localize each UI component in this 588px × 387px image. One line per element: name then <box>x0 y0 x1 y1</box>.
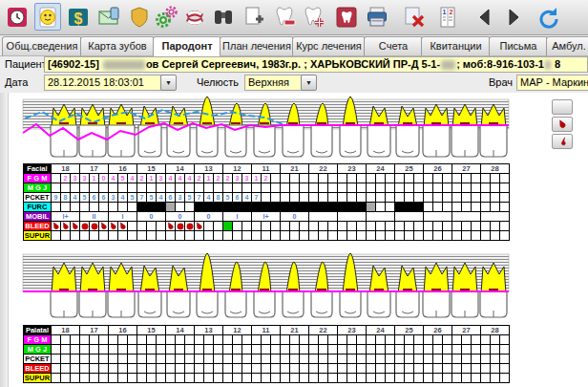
perio-cell[interactable] <box>328 345 338 355</box>
perio-cell[interactable] <box>443 355 452 364</box>
perio-cell[interactable] <box>157 374 166 383</box>
perio-cell[interactable]: 2 <box>195 174 204 183</box>
perio-cell[interactable] <box>472 364 481 374</box>
perio-cell[interactable] <box>233 183 242 193</box>
perio-cell[interactable] <box>90 335 99 345</box>
perio-cell[interactable] <box>452 335 462 345</box>
perio-cell[interactable] <box>204 364 214 374</box>
perio-cell[interactable] <box>118 364 128 374</box>
perio-cell[interactable] <box>347 231 357 241</box>
perio-cell[interactable] <box>157 335 166 345</box>
perio-cell[interactable] <box>128 231 137 241</box>
perio-cell[interactable] <box>52 203 61 212</box>
perio-cell[interactable] <box>319 345 328 355</box>
perio-cell[interactable] <box>472 203 481 212</box>
perio-cell[interactable]: 2 <box>262 174 271 183</box>
perio-cell[interactable] <box>452 345 462 355</box>
perio-cell[interactable] <box>109 355 118 364</box>
perio-cell[interactable] <box>109 231 118 241</box>
perio-cell[interactable] <box>262 355 271 364</box>
perio-cell[interactable] <box>137 364 147 374</box>
perio-cell[interactable] <box>452 174 462 183</box>
perio-cell[interactable] <box>223 364 233 374</box>
perio-cell[interactable] <box>328 335 338 345</box>
perio-cell[interactable] <box>395 183 405 193</box>
perio-cell[interactable] <box>405 364 414 374</box>
perio-cell[interactable] <box>309 212 338 222</box>
perio-cell[interactable] <box>386 203 395 212</box>
perio-cell[interactable] <box>271 174 281 183</box>
perio-cell[interactable] <box>195 364 204 374</box>
perio-cell[interactable]: 5 <box>147 193 157 203</box>
perio-cell[interactable] <box>185 374 195 383</box>
perio-cell[interactable] <box>386 222 395 231</box>
perio-cell[interactable] <box>176 335 185 345</box>
perio-cell[interactable] <box>61 355 71 364</box>
perio-cell[interactable] <box>433 174 443 183</box>
perio-cell[interactable] <box>347 374 357 383</box>
perio-cell[interactable] <box>376 231 386 241</box>
perio-cell[interactable] <box>376 345 386 355</box>
perio-cell[interactable] <box>386 374 395 383</box>
perio-cell[interactable] <box>252 203 262 212</box>
perio-cell[interactable] <box>433 222 443 231</box>
perio-cell[interactable] <box>90 345 99 355</box>
perio-cell[interactable] <box>242 231 252 241</box>
perio-cell[interactable] <box>147 364 157 374</box>
perio-cell[interactable] <box>395 364 405 374</box>
perio-cell[interactable] <box>357 222 367 231</box>
perio-cell[interactable] <box>137 222 147 231</box>
perio-cell[interactable] <box>90 364 99 374</box>
perio-cell[interactable] <box>166 345 176 355</box>
perio-cell[interactable] <box>166 355 176 364</box>
perio-cell[interactable]: II <box>80 212 109 222</box>
perio-cell[interactable] <box>481 193 491 203</box>
perio-cell[interactable] <box>357 364 367 374</box>
perio-cell[interactable]: 5 <box>185 193 195 203</box>
perio-cell[interactable] <box>500 335 510 345</box>
perio-cell[interactable] <box>319 183 328 193</box>
perio-cell[interactable] <box>452 193 462 203</box>
perio-cell[interactable] <box>338 193 347 203</box>
perio-cell[interactable] <box>176 345 185 355</box>
marker-bleed-drop-slanted-button[interactable] <box>552 134 573 149</box>
perio-cell[interactable] <box>147 374 157 383</box>
perio-cell[interactable] <box>405 183 414 193</box>
perio-cell[interactable] <box>80 355 90 364</box>
perio-cell[interactable]: 1 <box>204 174 214 183</box>
perio-cell[interactable] <box>424 203 433 212</box>
perio-cell[interactable] <box>319 203 328 212</box>
perio-cell[interactable] <box>61 345 71 355</box>
perio-cell[interactable] <box>52 364 61 374</box>
perio-cell[interactable] <box>290 345 300 355</box>
perio-cell[interactable] <box>424 364 433 374</box>
perio-cell[interactable] <box>443 374 452 383</box>
perio-cell[interactable] <box>157 355 166 364</box>
perio-cell[interactable]: 7 <box>137 193 147 203</box>
perio-cell[interactable] <box>462 193 472 203</box>
perio-cell[interactable] <box>204 335 214 345</box>
perio-cell[interactable] <box>395 374 405 383</box>
perio-cell[interactable] <box>195 374 204 383</box>
perio-cell[interactable] <box>137 374 147 383</box>
perio-cell[interactable] <box>491 364 500 374</box>
perio-cell[interactable]: 1 <box>147 174 157 183</box>
perio-cell[interactable] <box>347 203 357 212</box>
perio-cell[interactable] <box>414 355 424 364</box>
perio-cell[interactable] <box>443 231 452 241</box>
perio-cell[interactable] <box>109 374 118 383</box>
perio-cell[interactable] <box>386 345 395 355</box>
perio-cell[interactable] <box>271 183 281 193</box>
perio-cell[interactable] <box>185 222 195 231</box>
perio-cell[interactable] <box>491 345 500 355</box>
perio-cell[interactable] <box>386 183 395 193</box>
perio-cell[interactable]: 2 <box>214 174 223 183</box>
perio-cell[interactable] <box>262 364 271 374</box>
perio-cell[interactable] <box>118 374 128 383</box>
perio-cell[interactable] <box>309 222 319 231</box>
perio-cell[interactable]: 6 <box>166 193 176 203</box>
perio-cell[interactable] <box>367 174 376 183</box>
perio-cell[interactable] <box>481 364 491 374</box>
perio-cell[interactable] <box>281 345 290 355</box>
perio-cell[interactable] <box>395 335 405 345</box>
